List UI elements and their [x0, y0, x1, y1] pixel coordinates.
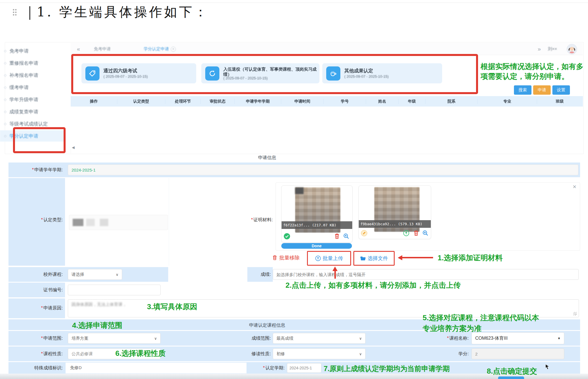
username[interactable]: 刘××: [548, 43, 557, 55]
apply-term-label: *申请学年学期:: [11, 167, 63, 173]
special-mark-label: 特殊成绩标识:: [11, 365, 63, 371]
sidebar-item-deferred[interactable]: ◇ 缓考申请: [0, 82, 65, 93]
course-name-select[interactable]: COM623-体育III ▼: [472, 332, 564, 344]
col-name[interactable]: 姓名: [366, 99, 399, 104]
col-class[interactable]: 班级: [537, 99, 582, 104]
avatar[interactable]: [567, 44, 577, 56]
settings-button[interactable]: 设置: [552, 85, 570, 95]
dropdown-arrow-icon: ▼: [557, 337, 561, 340]
zoom-in-icon[interactable]: [343, 233, 349, 241]
table-collapse-icon[interactable]: ◀: [72, 145, 75, 150]
apply-scope-select[interactable]: 培养方案 ∨: [68, 333, 161, 344]
card-date: ( 2025-09-07 - 2025-10-15): [223, 76, 317, 80]
card-date: ( 2025-09-07 - 2025-10-15): [344, 74, 389, 79]
card-date: ( 2025-09-07 - 2025-10-15): [103, 74, 148, 79]
upload-circle-icon[interactable]: [403, 230, 409, 237]
tab-credit-recognition[interactable]: 学分认定申请×: [144, 43, 176, 55]
trash-icon: [272, 255, 277, 261]
study-nature-select[interactable]: 初修 ∨: [273, 348, 366, 359]
sidebar-item-makeup[interactable]: ◇ 补考报名申请: [0, 70, 65, 81]
col-process-step[interactable]: 处理环节: [165, 99, 201, 104]
file-card-2[interactable]: f9bae431bca92... (579.13 KB): [358, 185, 431, 239]
screenshot-canvas: 1. 学生端具体操作如下： ◇ 免考申请 ◇ 重修报名申请 ◇ 补考报名申请 ◇…: [0, 0, 588, 379]
col-department[interactable]: 院系: [425, 99, 478, 104]
card-cet-exam[interactable]: 通过四六级考试 ( 2025-09-07 - 2025-10-15): [81, 63, 196, 83]
annotation-red-box-upload: 批量上传: [307, 251, 351, 266]
reason-redacted-text: 因身体原因，无法上体育课，: [72, 302, 127, 307]
file-card-1[interactable]: f6f22a13f... (217.07 KB): [281, 185, 353, 242]
search-button[interactable]: 搜索: [514, 85, 531, 95]
card-title: 入伍退役（可认定体育、军事类课程、顶岗实习成绩）: [223, 67, 317, 77]
card-military-service[interactable]: 入伍退役（可认定体育、军事类课程、顶岗实习成绩） ( 2025-09-07 - …: [201, 63, 319, 83]
score-scope-select[interactable]: 最高成绩 ∨: [273, 333, 366, 344]
batch-upload-button[interactable]: 批量上传: [315, 255, 343, 262]
score-input[interactable]: [273, 269, 579, 280]
trash-icon[interactable]: [334, 233, 340, 241]
drag-handle-icon[interactable]: [12, 8, 17, 16]
file-name: f9bae431bca92...: [360, 222, 396, 226]
confirm-button-partial[interactable]: [498, 376, 524, 379]
reason-label: *申请原因:: [11, 305, 63, 311]
col-rec-type[interactable]: 认定类型: [117, 99, 165, 104]
cert-no-input[interactable]: [68, 285, 161, 295]
choose-file-label: 选择文件: [368, 255, 388, 262]
thumbnail-corner: [295, 187, 304, 194]
sidebar-item-exam-exempt[interactable]: ◇ 免考申请: [0, 45, 65, 57]
col-action[interactable]: 操作: [71, 99, 117, 104]
course-name-label: *课程名称:: [418, 335, 469, 341]
annotation-step6: 6.选择课程性质: [115, 348, 166, 358]
tab-label: 学分认定申请: [144, 46, 169, 51]
col-major[interactable]: 专业: [478, 99, 537, 104]
sidebar-item-upgrade[interactable]: ◇ 学年升级申请: [0, 94, 65, 105]
sidebar-item-grade-review[interactable]: ◇ 成绩复查申请: [0, 106, 65, 117]
credit-label: 学分:: [418, 351, 469, 357]
rec-type-input-redacted[interactable]: [69, 215, 168, 230]
tab-exam-exempt[interactable]: 免考申请: [94, 43, 111, 55]
tabs-collapse-icon[interactable]: «: [77, 43, 80, 55]
study-nature-value: 初修: [276, 351, 285, 357]
apply-term-input[interactable]: 2024-2025-1: [68, 164, 578, 175]
ext-course-select[interactable]: 请选择 ∨: [68, 269, 122, 280]
resize-handle[interactable]: [573, 312, 577, 315]
col-grade[interactable]: 年级: [399, 99, 425, 104]
col-student-id[interactable]: 学号: [324, 99, 366, 104]
zoom-in-icon[interactable]: [422, 230, 429, 237]
card-title: 其他成果认定: [344, 68, 389, 74]
annotation-step3: 3.填写具体原因: [147, 302, 197, 312]
required-marker: *: [251, 217, 253, 222]
special-mark-value: 免修D: [70, 365, 82, 371]
sidebar-item-label: 重修报名申请: [9, 60, 38, 66]
sidebar-item-retake[interactable]: ◇ 重修报名申请: [0, 57, 65, 69]
table-header-row: 操作 认定类型 处理环节 审批状态 申请学年学期 申请时间 学号 姓名 年级 院…: [71, 96, 583, 107]
close-icon[interactable]: ×: [573, 183, 576, 190]
card-other-achievements[interactable]: 其他成果认定 ( 2025-09-07 - 2025-10-15): [322, 63, 442, 83]
apply-scope-label: *申请范围:: [11, 335, 63, 341]
bullet-icon: ◇: [4, 61, 7, 65]
score-scope-value: 最高成绩: [276, 336, 293, 341]
batch-upload-label: 批量上传: [323, 255, 343, 262]
mouse-cursor-icon: [545, 364, 550, 371]
rec-term-input[interactable]: 2024-2025-1: [287, 363, 321, 373]
col-apply-term[interactable]: 申请学年学期: [235, 99, 281, 104]
sidebar-item-label: 成绩复查申请: [9, 109, 38, 115]
trash-icon[interactable]: [413, 230, 419, 237]
pen-circle-icon[interactable]: [361, 230, 367, 237]
credit-value: 2: [475, 352, 477, 356]
course-name-value: COM623-体育III: [475, 335, 508, 341]
special-mark-cell: [66, 363, 247, 373]
table-body-empty: [71, 107, 583, 149]
section-title-course-info: 申请认定课程信息: [249, 322, 285, 328]
batch-remove-button[interactable]: 批量移除: [272, 254, 300, 261]
apply-button[interactable]: 申请: [533, 85, 551, 95]
annotation-red-box-sidebar: [13, 127, 66, 153]
coffee-icon: [326, 66, 340, 81]
tab-close-icon[interactable]: ×: [171, 47, 176, 52]
tabs-expand-icon[interactable]: »: [538, 43, 541, 55]
col-apply-time[interactable]: 申请时间: [281, 99, 324, 104]
annotation-step1: 1.选择添加证明材料: [438, 253, 503, 263]
choose-file-button[interactable]: 选择文件: [360, 255, 388, 262]
bullet-icon: ◇: [4, 98, 7, 101]
upload-progress-bar: Done: [281, 243, 352, 249]
col-approval-status[interactable]: 审批状态: [201, 99, 235, 104]
chevron-down-icon: ∨: [154, 336, 157, 341]
